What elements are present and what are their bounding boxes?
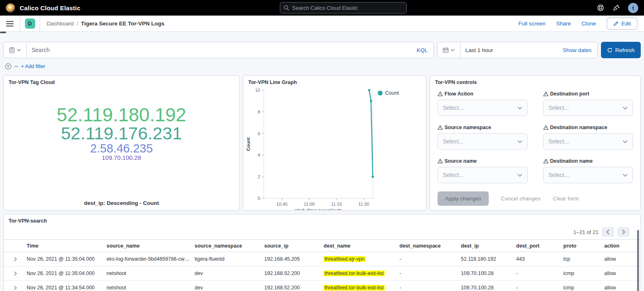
tag-cloud-tag[interactable]: 109.70.100.28 — [4, 155, 239, 161]
column-header-dest_name: dest_name — [324, 243, 399, 249]
news-popper-icon[interactable] — [612, 4, 620, 11]
line-graph-title: Tor-VPN Line Graph — [243, 76, 426, 85]
column-header-proto: proto — [563, 243, 604, 249]
controls-title: Tor-VPN controls — [430, 76, 640, 85]
column-header-time: Time — [27, 243, 107, 249]
control-select-source-name[interactable]: Select... — [438, 167, 528, 183]
saved-query-button[interactable] — [4, 42, 27, 58]
control-label: Destination name — [543, 158, 633, 164]
column-header-source_namespace: source_namespace — [195, 243, 264, 249]
warning-icon — [438, 91, 443, 96]
controls-panel: Tor-VPN controls Flow ActionSelect...Des… — [430, 75, 641, 211]
highlighted-value: threatfeed.tor-bulk-exit-list — [324, 285, 385, 291]
warning-icon — [543, 159, 549, 164]
control-label: Flow Action — [438, 91, 528, 97]
chevron-down-icon — [451, 49, 455, 51]
row-expand-icon[interactable] — [4, 286, 27, 290]
tag-cloud-tag[interactable]: 52.119.180.192 — [4, 105, 239, 125]
calendar-button[interactable] — [438, 42, 460, 58]
filter-icon[interactable] — [5, 63, 11, 70]
row-expand-icon[interactable] — [4, 257, 27, 261]
svg-text:11:15: 11:15 — [331, 202, 342, 207]
search-table-panel: Tor-VPN-search 1–21 of 21 Timesource_nam… — [3, 214, 641, 291]
control-field: Destination nameSelect... — [543, 158, 633, 183]
cell-dest_port: - — [516, 285, 563, 291]
warning-icon — [543, 125, 549, 130]
edit-button[interactable]: Edit — [607, 18, 637, 30]
add-filter-link[interactable]: + Add filter — [21, 64, 45, 69]
navbar: D Dashboard / Tigera Secure EE Tor-VPN L… — [0, 16, 644, 32]
date-picker-group: Last 1 hour Show dates — [437, 42, 598, 58]
control-select-destination-name[interactable]: Select... — [543, 167, 633, 183]
row-expand-icon[interactable] — [4, 271, 27, 276]
global-search-input[interactable] — [292, 5, 403, 11]
global-search-box[interactable] — [280, 2, 407, 14]
refresh-button[interactable]: Refresh — [601, 42, 641, 58]
control-select-destination-namespace[interactable]: Select... — [543, 133, 633, 150]
kql-search-group: KQL — [3, 42, 434, 58]
kql-search-input[interactable] — [27, 47, 411, 53]
cell-proto: icmp — [563, 285, 604, 291]
cell-time: Nov 26, 2021 @ 11:35:04.000 — [27, 271, 107, 276]
highlighted-value: threatfeed.tor-bulk-exit-list — [324, 271, 385, 276]
legend-dot — [378, 91, 383, 95]
chevron-down-icon — [517, 140, 522, 143]
cell-dest_ip: 109.70.100.28 — [461, 285, 516, 291]
control-field: Destination portSelect... — [543, 91, 633, 116]
control-field: Destination namespaceSelect... — [543, 125, 633, 150]
help-icon[interactable] — [597, 4, 604, 11]
cell-source_name: netshoot — [107, 285, 195, 291]
full-screen-link[interactable]: Full screen — [518, 20, 545, 27]
pencil-icon — [613, 21, 619, 26]
cell-proto: tcp — [563, 256, 604, 262]
chevron-left-icon — [606, 230, 610, 234]
share-link[interactable]: Share — [556, 20, 571, 27]
line-chart[interactable]: 024681010:4511:0011:1511:30Countstart_ti… — [245, 87, 425, 210]
warning-icon — [438, 159, 443, 164]
cell-source_ip: 192.168.52.200 — [264, 271, 324, 276]
tag-cloud: 52.119.180.19252.119.176.2312.58.46.2351… — [4, 105, 239, 161]
cell-time: Nov 26, 2021 @ 11:34:54.000 — [27, 285, 107, 291]
tag-cloud-tag[interactable]: 2.58.46.235 — [4, 143, 239, 155]
control-field: Flow ActionSelect... — [438, 91, 528, 116]
scrollbar-thumb[interactable] — [0, 32, 6, 33]
svg-text:2: 2 — [258, 174, 260, 179]
filter-bar: + Add filter — [5, 62, 644, 71]
table-header-row: Timesource_namesource_namespacesource_ip… — [4, 239, 640, 252]
table-row: Nov 26, 2021 @ 11:35:04.000netshootdev19… — [4, 266, 640, 281]
clear-form-button[interactable]: Clear form — [553, 196, 578, 202]
control-select-flow-action[interactable]: Select... — [438, 100, 528, 116]
kql-label[interactable]: KQL — [411, 47, 433, 53]
time-range-value[interactable]: Last 1 hour — [460, 47, 493, 53]
app-title: Calico Cloud Elastic — [20, 5, 80, 11]
tag-cloud-title: Tor-VPN Tag Cloud — [4, 76, 239, 85]
legend-label[interactable]: Count — [385, 90, 399, 96]
pagination-prev-button[interactable] — [602, 227, 614, 237]
clone-link[interactable]: Clone — [581, 20, 596, 27]
cell-source_namespace: dev — [195, 285, 264, 291]
table-scrollbar-thumb[interactable] — [637, 230, 639, 291]
svg-text:6: 6 — [258, 131, 260, 136]
pagination-next-button[interactable] — [617, 227, 630, 237]
breadcrumb: Dashboard / Tigera Secure EE Tor-VPN Log… — [47, 20, 164, 27]
cell-dest_namespace: - — [399, 271, 461, 276]
breadcrumb-dashboard[interactable]: Dashboard — [47, 20, 74, 27]
table-row: Nov 26, 2021 @ 11:34:54.000netshootdev19… — [4, 281, 640, 291]
column-header-dest_namespace: dest_namespace — [399, 243, 461, 249]
apply-changes-button[interactable]: Apply changes — [438, 191, 489, 206]
line-graph-panel: Tor-VPN Line Graph 024681010:4511:0011:1… — [243, 75, 426, 211]
user-avatar[interactable]: t — [628, 3, 638, 13]
menu-hamburger-icon[interactable] — [0, 16, 20, 32]
svg-text:4: 4 — [258, 152, 260, 157]
cell-action: allow — [604, 285, 640, 291]
control-select-source-namespace[interactable]: Select... — [438, 133, 528, 150]
cell-action: allow — [604, 271, 640, 276]
cell-source_ip: 192.168.52.200 — [264, 285, 324, 291]
cell-dest_name: threatfeed.tor-bulk-exit-list — [324, 271, 399, 276]
calico-logo — [6, 3, 15, 13]
tag-cloud-tag[interactable]: 52.119.176.231 — [4, 125, 239, 143]
control-select-destination-port[interactable]: Select... — [543, 100, 633, 116]
cell-dest_name: threatfeed.tor-bulk-exit-list — [324, 285, 399, 291]
show-dates-link[interactable]: Show dates — [562, 47, 597, 53]
cancel-changes-button[interactable]: Cancel changes — [501, 196, 541, 202]
